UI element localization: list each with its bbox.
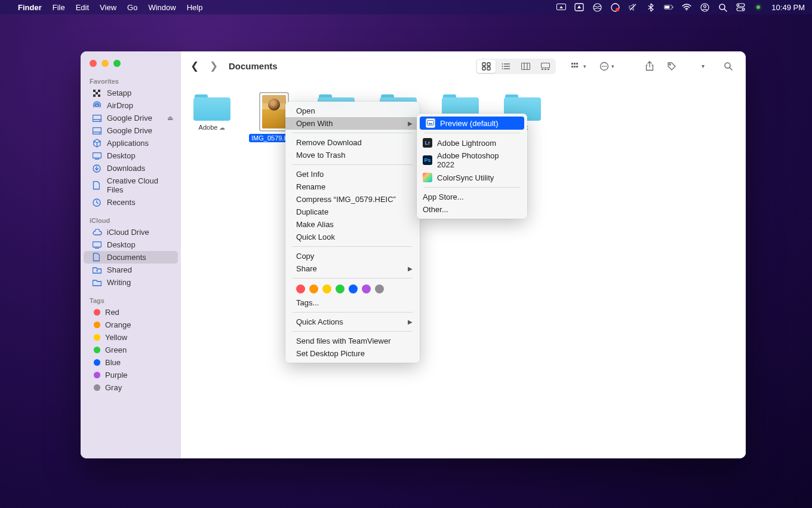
eject-icon[interactable]: ⏏ [167, 114, 173, 122]
spotlight-icon[interactable] [718, 2, 727, 12]
back-button[interactable]: ❮ [190, 60, 199, 72]
ctx-app-adobe-lightroom[interactable]: LrAdobe Lightroom [417, 136, 527, 149]
dnd-icon[interactable] [610, 2, 620, 12]
globe-icon[interactable] [592, 2, 602, 12]
tags-button[interactable] [663, 59, 680, 74]
view-columns-button[interactable] [516, 60, 535, 73]
forward-button[interactable]: ❯ [210, 60, 218, 72]
ctx-quick-actions[interactable]: Quick Actions▶ [285, 316, 420, 328]
sidebar-fav-applications[interactable]: Applications [84, 137, 178, 149]
status-dot-icon[interactable] [753, 2, 763, 12]
sidebar-fav-google-drive[interactable]: Google Drive⏏ [84, 112, 178, 124]
ctx-rename[interactable]: Rename [285, 180, 420, 193]
menu-view[interactable]: View [100, 3, 116, 12]
sidebar-tag-orange[interactable]: Orange [84, 319, 178, 331]
sidebar-fav-desktop[interactable]: Desktop [84, 149, 178, 162]
sidebar-icloud-documents[interactable]: Documents [84, 251, 178, 264]
sidebar-fav-setapp[interactable]: Setapp [84, 87, 178, 99]
ctx-separator [293, 246, 413, 247]
sidebar-fav-google-drive[interactable]: Google Drive [84, 124, 178, 137]
ctx-share[interactable]: Share▶ [285, 262, 420, 275]
menu-file[interactable]: File [53, 3, 65, 12]
sidebar-icloud-writing[interactable]: Writing [84, 276, 178, 289]
view-icons-button[interactable] [477, 60, 496, 73]
wifi-icon[interactable] [682, 2, 691, 12]
sidebar-tag-gray[interactable]: Gray [84, 381, 178, 394]
sidebar-fav-airdrop[interactable]: AirDrop [84, 99, 178, 112]
close-button[interactable] [90, 60, 97, 67]
screenshare-icon[interactable] [556, 2, 566, 12]
battery-icon[interactable] [664, 2, 673, 12]
search-button[interactable] [720, 59, 736, 73]
svg-rect-42 [487, 67, 490, 70]
ctx-make-alias[interactable]: Make Alias [285, 218, 420, 231]
ctx-app-preview[interactable]: Preview (default) [420, 117, 524, 130]
ctx-app-store[interactable]: App Store... [417, 191, 527, 203]
sidebar-fav-recents[interactable]: Recents [84, 196, 178, 209]
tag-dot-icon [94, 322, 100, 328]
ctx-copy[interactable]: Copy [285, 250, 420, 262]
tag-color-dot[interactable] [336, 284, 345, 293]
control-center-icon[interactable] [736, 2, 745, 12]
sidebar-tag-blue[interactable]: Blue [84, 356, 178, 369]
ctx-open-with[interactable]: Open With▶ [285, 117, 420, 130]
ctx-app-adobe-photoshop-2022[interactable]: PsAdobe Photoshop 2022 [417, 149, 527, 171]
menu-go[interactable]: Go [127, 3, 137, 12]
ctx-teamviewer[interactable]: Send files with TeamViewer [285, 335, 420, 347]
share-button[interactable] [642, 59, 657, 74]
tag-color-dot[interactable] [349, 284, 358, 293]
sidebar-tag-green[interactable]: Green [84, 344, 178, 356]
zoom-button[interactable] [113, 60, 121, 67]
sidebar-tag-red[interactable]: Red [84, 306, 178, 319]
bluetooth-icon[interactable] [646, 2, 656, 12]
menu-edit[interactable]: Edit [76, 3, 89, 12]
group-button[interactable]: ▾ [568, 60, 590, 72]
app-name[interactable]: Finder [18, 3, 42, 12]
tag-color-dot[interactable] [362, 284, 371, 293]
menu-help[interactable]: Help [187, 3, 203, 12]
tag-color-dot[interactable] [375, 284, 384, 293]
ctx-other[interactable]: Other... [417, 203, 527, 216]
ctx-compress[interactable]: Compress “IMG_0579.HEIC” [285, 193, 420, 206]
dropdown-button[interactable]: ▾ [698, 60, 708, 72]
ctx-set-desktop[interactable]: Set Desktop Picture [285, 347, 420, 360]
ctx-get-info[interactable]: Get Info [285, 168, 420, 180]
svg-line-5 [630, 4, 636, 10]
menu-window[interactable]: Window [148, 3, 176, 12]
tag-color-dot[interactable] [322, 284, 331, 293]
view-list-button[interactable] [497, 60, 515, 73]
clock[interactable]: 10:49 PM [771, 3, 805, 12]
ctx-quick-look[interactable]: Quick Look [285, 231, 420, 243]
view-gallery-button[interactable] [536, 60, 555, 73]
sidebar-fav-downloads[interactable]: Downloads [84, 162, 178, 175]
minimize-button[interactable] [102, 60, 109, 67]
downloads-icon [93, 164, 102, 173]
sidebar-fav-creative-cloud-files[interactable]: Creative Cloud Files [84, 175, 178, 196]
sidebar-icloud-desktop[interactable]: Desktop [84, 238, 178, 251]
sidebar-item-label: Purple [105, 371, 128, 380]
file-item[interactable]: Adobe☁︎ [187, 92, 237, 142]
ctx-tags[interactable]: Tags... [285, 296, 420, 309]
mute-icon[interactable] [628, 2, 638, 12]
svg-rect-56 [571, 63, 573, 65]
ctx-remove-download[interactable]: Remove Download [285, 136, 420, 149]
sidebar-tag-yellow[interactable]: Yellow [84, 331, 178, 344]
svg-rect-7 [665, 6, 670, 9]
sidebar-icloud-shared[interactable]: Shared [84, 264, 178, 276]
ctx-move-to-trash[interactable]: Move to Trash [285, 149, 420, 161]
tag-color-dot[interactable] [309, 284, 318, 293]
ctx-open[interactable]: Open [285, 105, 420, 117]
sidebar-item-label: Orange [105, 320, 131, 329]
ctx-app-colorsync-utility[interactable]: ColorSync Utility [417, 171, 527, 184]
window-title: Documents [229, 61, 278, 71]
triangle-icon[interactable] [574, 2, 584, 12]
action-button[interactable]: ▾ [596, 59, 618, 74]
svg-rect-60 [574, 66, 576, 68]
sidebar-item-label: iCloud Drive [107, 228, 149, 237]
user-icon[interactable] [700, 2, 709, 12]
ctx-duplicate[interactable]: Duplicate [285, 206, 420, 218]
sidebar-tag-purple[interactable]: Purple [84, 369, 178, 381]
sidebar-icloud-icloud-drive[interactable]: iCloud Drive [84, 226, 178, 238]
svg-rect-40 [487, 63, 490, 66]
tag-color-dot[interactable] [296, 284, 305, 293]
